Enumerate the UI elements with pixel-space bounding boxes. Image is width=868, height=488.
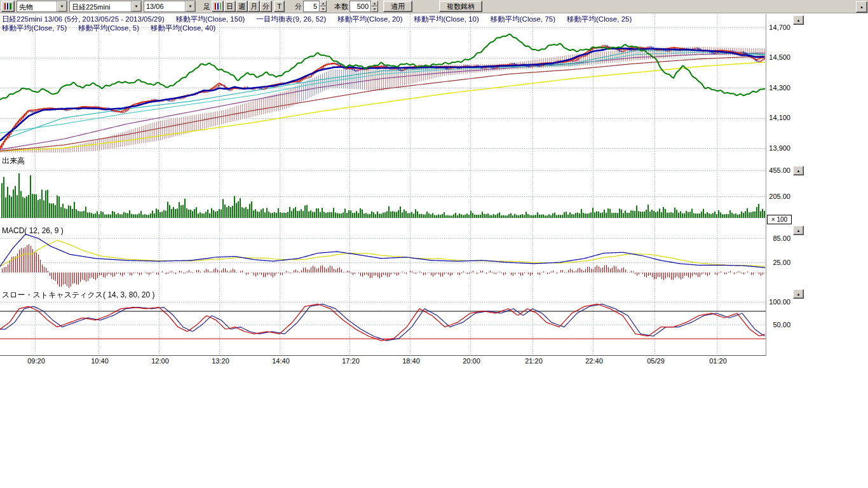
scroll-up-icon: ▲ [860,5,864,9]
contract-select[interactable]: 13/06 ▼ [144,1,196,12]
indicator-header-line2: 移動平均(Close, 75)移動平均(Close, 5)移動平均(Close,… [2,24,227,33]
volume-pane-arrow-button[interactable]: ▲ [793,166,804,175]
chart-title: 日経225mini 13/06 (5分, 2013/05/25 - 2013/0… [2,15,165,23]
chevron-down-icon[interactable]: ▼ [131,1,141,11]
indicator-header-line1: 日経225mini 13/06 (5分, 2013/05/25 - 2013/0… [2,15,643,24]
time-axis-label: 18:40 [397,357,425,365]
period-tick-button[interactable]: T [274,1,285,12]
indicator-label: 移動平均(Close, 10) [414,15,479,23]
time-axis-label: 20:00 [458,357,485,365]
indicator-label: 移動平均(Close, 20) [337,15,402,23]
time-axis-label: 14:40 [267,357,295,365]
stoch-axis-label: 50.00 [766,321,790,329]
time-axis-label: 13:20 [207,357,234,365]
stoch-pane-arrow-button[interactable]: ▲ [793,289,804,299]
category-select-value: 先物 [17,1,57,11]
indicator-label: 一目均衡表(9, 26, 52) [256,15,326,23]
period-day-button[interactable]: 日 [224,1,236,12]
indicator-label: 移動平均(Close, 5) [78,24,139,32]
time-axis-label: 22:40 [580,357,608,365]
contract-select-value: 13/06 [144,1,185,11]
minute-input[interactable]: 5 [303,1,320,12]
arrow-up-icon: ▲ [797,292,801,296]
chevron-down-icon[interactable]: ▼ [57,1,67,11]
time-axis-label: 05/29 [642,357,670,365]
count-input[interactable]: 500 [349,1,371,12]
time-axis-label: 17:20 [337,357,365,365]
time-axis-label: 10:40 [86,357,114,365]
scroll-up-button[interactable]: ▲ [856,1,867,13]
macd-pane-title: MACD( 12, 26, 9 ) [2,226,64,235]
indicator-label: 移動平均(Close, 40) [151,24,215,32]
symbol-select-value: 日経225mini [70,1,131,11]
arrow-up-icon: ▲ [797,169,801,173]
bar-type-icon-button[interactable] [212,1,224,12]
category-select[interactable]: 先物 ▼ [17,1,67,12]
time-axis-label: 09:20 [22,357,50,365]
volume-axis-label: 205.00 [766,193,790,200]
main-toolbar: 先物 ▼ 日経225mini ▼ 13/06 ▼ 足 日 週 月 分 T 分 5… [0,0,868,13]
chevron-down-icon[interactable]: ▼ [185,1,195,11]
macd-pane-arrow-button[interactable]: ▲ [793,226,804,235]
period-month-button[interactable]: 月 [248,1,260,12]
indicator-label: 移動平均(Close, 75) [491,15,555,23]
volume-pane-title: 出来高 [2,156,25,166]
spinner-up-icon[interactable]: ▲ [371,1,378,6]
time-axis-label: 21:20 [520,357,548,365]
indicator-label: 移動平均(Close, 75) [2,24,67,32]
bar-type-label: 足 [202,2,212,11]
count-spinner[interactable]: ▲ ▼ [371,1,378,12]
macd-axis-label: 25.00 [766,259,790,266]
volume-axis-label: 455.00 [766,166,790,174]
candlestick-icon [215,3,220,10]
apply-button[interactable]: 適用 [383,1,412,12]
minute-spinner[interactable]: ▲ ▼ [320,1,327,12]
arrow-up-icon: ▲ [797,229,801,233]
price-axis-label: 14,700 [766,24,790,31]
time-axis-label: 01:20 [704,357,732,365]
indicator-label: 移動平均(Close, 150) [176,15,245,23]
price-axis-label: 14,100 [766,114,790,121]
volume-multiplier-badge: × 100 [767,215,792,224]
price-axis-label: 14,300 [766,84,790,92]
chart-icon [4,3,11,10]
chart-icon-button[interactable] [1,1,15,12]
minute-label: 分 [294,2,303,11]
price-axis-label: 13,900 [766,144,790,152]
spinner-down-icon[interactable]: ▼ [320,6,327,12]
stoch-pane-title: スロー・ストキャスティクス( 14, 3, 80, 20 ) [2,290,154,301]
period-minute-button[interactable]: 分 [260,1,272,12]
multi-symbol-button[interactable]: 複数銘柄 [439,1,482,12]
arrow-up-icon: ▲ [797,18,801,22]
spinner-down-icon[interactable]: ▼ [371,6,378,12]
price-axis-label: 14,500 [766,53,790,61]
time-axis-label: 12:00 [146,357,174,365]
indicator-label: 移動平均(Close, 25) [567,15,632,23]
symbol-select[interactable]: 日経225mini ▼ [69,1,142,12]
stoch-axis-label: 100.00 [766,298,790,306]
spinner-up-icon[interactable]: ▲ [320,1,327,6]
chart-canvas[interactable] [0,14,766,356]
period-week-button[interactable]: 週 [236,1,248,12]
count-label: 本数 [333,2,349,11]
macd-axis-label: 85.00 [766,234,790,242]
price-pane-arrow-button[interactable]: ▲ [793,15,804,25]
